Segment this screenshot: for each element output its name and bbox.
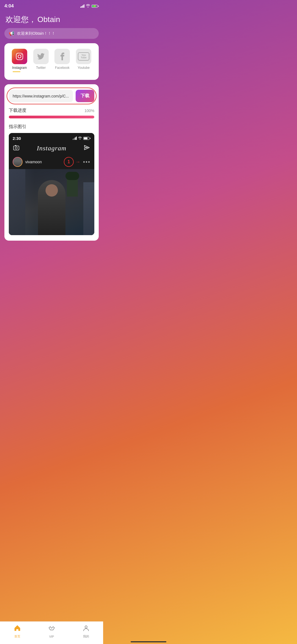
- announcement-bar: 📢 欢迎来到Obtain！！！: [4, 28, 99, 39]
- url-row: 下载: [9, 90, 94, 102]
- url-input[interactable]: [9, 90, 73, 102]
- platform-item-facebook[interactable]: Facebook: [54, 49, 70, 70]
- guide-signal-icon: [73, 137, 77, 140]
- facebook-label: Facebook: [55, 66, 70, 70]
- guide-camera-icon: [13, 145, 19, 152]
- guide-status-icons: [73, 136, 90, 141]
- platform-item-twitter[interactable]: Twitter: [33, 49, 49, 70]
- platform-item-instagram[interactable]: Instagram: [12, 49, 27, 70]
- guide-story-bar: vivamoon 1 → •••: [9, 155, 94, 169]
- svg-rect-0: [16, 53, 23, 60]
- active-tab-indicator: [13, 71, 20, 72]
- twitter-icon: [33, 49, 49, 64]
- svg-rect-5: [15, 145, 16, 146]
- guide-step-circle: 1: [64, 157, 74, 167]
- progress-label-row: 下载进度 100%: [9, 108, 94, 113]
- instagram-label: Instagram: [12, 66, 27, 70]
- wifi-icon: [86, 4, 90, 8]
- progress-percent: 100%: [84, 108, 94, 113]
- download-section: 下载 下载进度 100% 指示图引 2:30: [4, 84, 99, 241]
- guide-time: 2:30: [13, 136, 21, 141]
- header: 欢迎您，Obtain: [0, 10, 103, 28]
- svg-point-2: [21, 54, 22, 55]
- progress-bar-fill: [9, 116, 94, 118]
- status-time: 4:04: [4, 3, 14, 9]
- guide-arrow-icon: →: [75, 159, 80, 165]
- header-title: 欢迎您，Obtain: [6, 14, 98, 25]
- guide-content-image: [9, 169, 94, 235]
- svg-point-4: [15, 147, 17, 149]
- guide-username: vivamoon: [25, 160, 61, 164]
- progress-bar: [9, 116, 94, 118]
- greeting-text: 欢迎您，: [6, 15, 36, 24]
- status-icons: ⚡: [80, 4, 99, 8]
- twitter-label: Twitter: [36, 66, 46, 70]
- announce-text: 欢迎来到Obtain！！！: [17, 31, 55, 36]
- guide-label: 指示图引: [9, 124, 94, 130]
- download-button[interactable]: 下载: [76, 90, 94, 102]
- guide-send-icon: [84, 145, 90, 152]
- svg-rect-3: [13, 146, 19, 150]
- instagram-icon: [12, 49, 27, 64]
- guide-avatar: [13, 157, 23, 167]
- guide-step-number: 1: [68, 159, 70, 164]
- username-text: Obtain: [37, 15, 60, 24]
- platform-item-youtube[interactable]: YouTube Youtube: [76, 49, 91, 70]
- facebook-icon: [54, 49, 70, 64]
- status-bar: 4:04 ⚡: [0, 0, 103, 10]
- guide-image: 2:30: [9, 133, 94, 235]
- signal-icon: [80, 4, 84, 8]
- guide-wifi-icon: [78, 136, 82, 141]
- guide-battery-icon: [83, 137, 90, 140]
- platform-card: Instagram Twitter Facebook: [4, 43, 99, 80]
- progress-label: 下载进度: [9, 108, 26, 113]
- youtube-icon: YouTube: [76, 49, 91, 64]
- svg-point-1: [18, 55, 21, 58]
- guide-more-icon: •••: [83, 159, 90, 165]
- guide-nav-bar: Instagram: [9, 142, 94, 155]
- battery-icon: ⚡: [92, 5, 99, 8]
- announce-icon: 📢: [9, 31, 14, 36]
- platform-tabs: Instagram Twitter Facebook: [9, 49, 94, 70]
- guide-status-bar: 2:30: [9, 133, 94, 142]
- guide-instagram-logo: Instagram: [37, 145, 67, 152]
- youtube-label: Youtube: [78, 66, 90, 70]
